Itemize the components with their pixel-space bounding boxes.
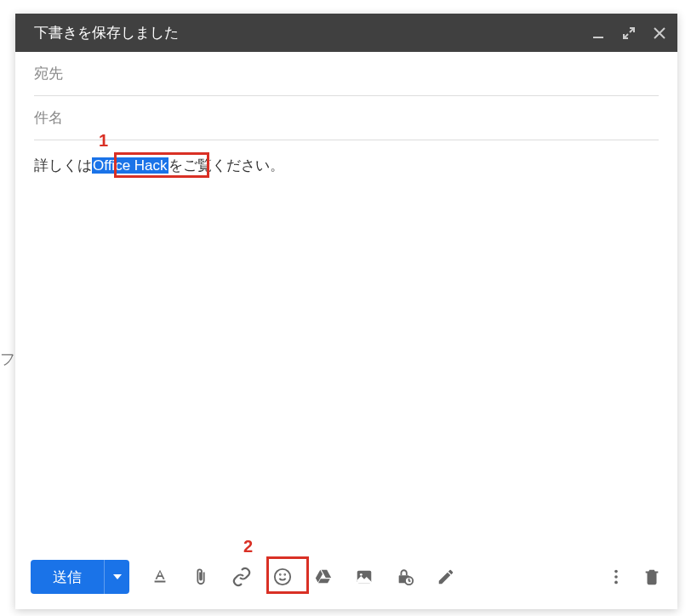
- svg-point-10: [614, 581, 618, 585]
- window-header: 下書きを保存しました: [15, 14, 677, 52]
- svg-point-1: [275, 569, 290, 585]
- header-fields: 宛先 件名: [15, 52, 677, 140]
- more-options-icon[interactable]: [606, 567, 626, 587]
- send-more-button[interactable]: [104, 560, 129, 594]
- compose-window: 下書きを保存しました 宛先 件名 詳しくはOffice Hackをご覧ください。…: [15, 14, 677, 609]
- body-text-line: 詳しくはOffice Hackをご覧ください。: [34, 154, 659, 177]
- send-button-group: 送信: [31, 560, 129, 594]
- svg-point-8: [614, 570, 618, 573]
- body-suffix: をご覧ください。: [168, 157, 284, 174]
- subject-field[interactable]: 件名: [34, 96, 659, 140]
- toolbar-right-section: [606, 567, 662, 587]
- send-button[interactable]: 送信: [31, 560, 104, 594]
- close-icon[interactable]: [654, 27, 665, 39]
- image-icon[interactable]: [354, 567, 374, 587]
- window-title: 下書きを保存しました: [34, 23, 592, 43]
- to-field[interactable]: 宛先: [34, 52, 659, 96]
- minimize-icon[interactable]: [592, 27, 604, 39]
- svg-point-9: [614, 575, 618, 579]
- body-prefix: 詳しくは: [34, 157, 92, 174]
- text-format-icon[interactable]: [150, 567, 170, 587]
- drive-icon[interactable]: [313, 567, 334, 587]
- emoji-icon[interactable]: [272, 567, 293, 587]
- svg-point-5: [360, 573, 363, 576]
- compose-toolbar: 送信: [15, 550, 677, 609]
- link-icon[interactable]: [231, 567, 252, 587]
- expand-icon[interactable]: [623, 27, 635, 39]
- background-text: フ: [0, 349, 15, 369]
- delete-icon[interactable]: [642, 567, 662, 587]
- message-body[interactable]: 詳しくはOffice Hackをご覧ください。 1: [15, 140, 677, 550]
- svg-rect-0: [593, 37, 603, 38]
- confidential-icon[interactable]: [395, 567, 415, 587]
- pen-icon[interactable]: [436, 567, 456, 587]
- formatting-icons: [150, 567, 456, 587]
- svg-point-2: [280, 574, 281, 575]
- svg-point-3: [284, 574, 285, 575]
- window-controls: [592, 27, 665, 39]
- attachment-icon[interactable]: [191, 567, 211, 587]
- selected-text: Office Hack: [92, 157, 168, 174]
- caret-down-icon: [113, 574, 122, 579]
